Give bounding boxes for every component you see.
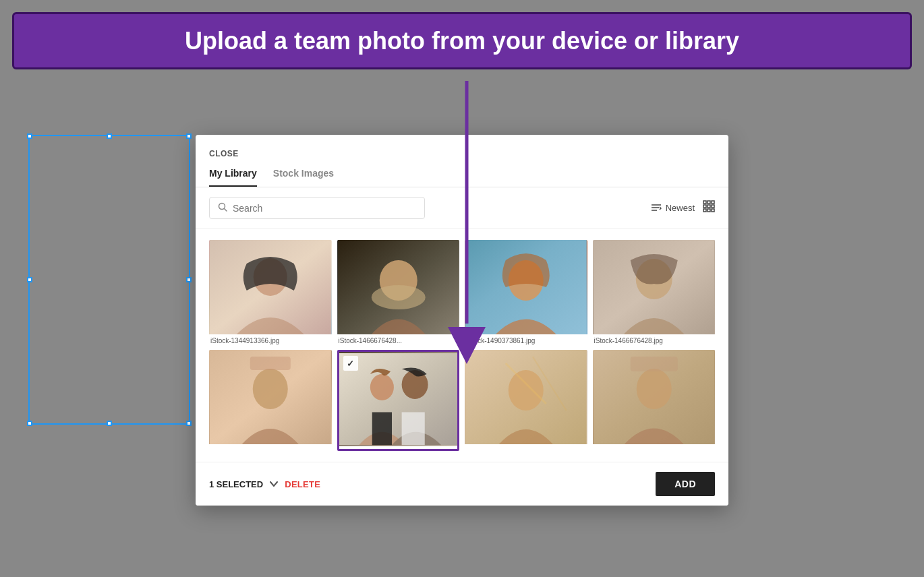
image-filename <box>593 444 716 447</box>
svg-point-24 <box>253 369 288 409</box>
footer-left: 1 SELECTED DELETE <box>209 479 320 489</box>
annotation-banner: Upload a team photo from your device or … <box>12 12 912 69</box>
svg-point-27 <box>370 374 393 400</box>
selection-checkmark: ✓ <box>343 356 358 371</box>
modal-toolbar: Newest <box>196 187 728 229</box>
modal-header: CLOSE My Library Stock Images <box>196 135 728 187</box>
tab-bar: My Library Stock Images <box>209 168 715 187</box>
search-box[interactable] <box>209 197 425 219</box>
image-thumbnail <box>465 350 587 444</box>
image-item[interactable] <box>465 350 587 451</box>
image-item[interactable]: iStock-1466676428.jpg <box>593 240 716 344</box>
svg-point-18 <box>371 285 425 309</box>
tab-stock-images[interactable]: Stock Images <box>273 168 334 187</box>
svg-rect-5 <box>703 201 706 204</box>
image-item[interactable] <box>209 350 332 451</box>
grid-view-button[interactable] <box>703 200 715 216</box>
svg-line-1 <box>225 209 227 212</box>
image-item[interactable] <box>593 350 716 451</box>
svg-point-32 <box>509 370 544 411</box>
add-button[interactable]: ADD <box>656 472 715 496</box>
sort-button[interactable]: Newest <box>651 203 695 213</box>
image-item[interactable]: iStock-1490373861.jpg <box>465 240 587 344</box>
search-icon <box>218 202 227 214</box>
chevron-down-icon[interactable] <box>270 479 278 489</box>
toolbar-right: Newest <box>651 200 715 216</box>
svg-rect-30 <box>401 413 424 446</box>
image-thumbnail <box>209 240 332 334</box>
image-filename <box>339 446 458 449</box>
image-thumbnail <box>593 240 716 334</box>
svg-rect-29 <box>372 413 391 446</box>
image-filename: iStock-1490373861.jpg <box>465 334 587 344</box>
banner-text: Upload a team photo from your device or … <box>185 27 739 55</box>
svg-rect-8 <box>703 205 706 208</box>
close-button[interactable]: CLOSE <box>209 149 239 158</box>
tab-my-library[interactable]: My Library <box>209 168 257 187</box>
svg-rect-11 <box>703 209 706 212</box>
image-grid: iStock-1344913366.jpg <box>196 229 728 462</box>
search-input[interactable] <box>233 203 416 214</box>
image-filename: iStock-1466676428... <box>337 334 460 344</box>
image-item[interactable]: iStock-1466676428... <box>337 240 460 344</box>
svg-rect-6 <box>708 201 710 204</box>
image-thumbnail <box>209 350 332 444</box>
svg-rect-10 <box>712 205 714 208</box>
image-filename: iStock-1466676428.jpg <box>593 334 716 344</box>
svg-point-36 <box>636 369 671 409</box>
delete-button[interactable]: DELETE <box>285 479 320 489</box>
image-picker-modal: CLOSE My Library Stock Images <box>196 135 728 506</box>
svg-rect-25 <box>250 357 291 370</box>
image-filename <box>465 444 587 447</box>
svg-rect-9 <box>708 205 710 208</box>
image-thumbnail <box>465 240 587 334</box>
image-thumbnail <box>593 350 716 444</box>
svg-rect-7 <box>712 201 714 204</box>
selected-count: 1 SELECTED <box>209 479 263 489</box>
image-filename <box>209 444 332 447</box>
image-filename: iStock-1344913366.jpg <box>209 334 332 344</box>
image-thumbnail <box>337 240 460 334</box>
svg-rect-37 <box>630 357 677 371</box>
svg-rect-13 <box>712 209 714 212</box>
modal-footer: 1 SELECTED DELETE ADD <box>196 462 728 506</box>
image-item[interactable]: iStock-1344913366.jpg <box>209 240 332 344</box>
svg-rect-12 <box>708 209 710 212</box>
sort-label: Newest <box>666 203 695 213</box>
image-item-selected[interactable]: ✓ <box>337 350 460 451</box>
